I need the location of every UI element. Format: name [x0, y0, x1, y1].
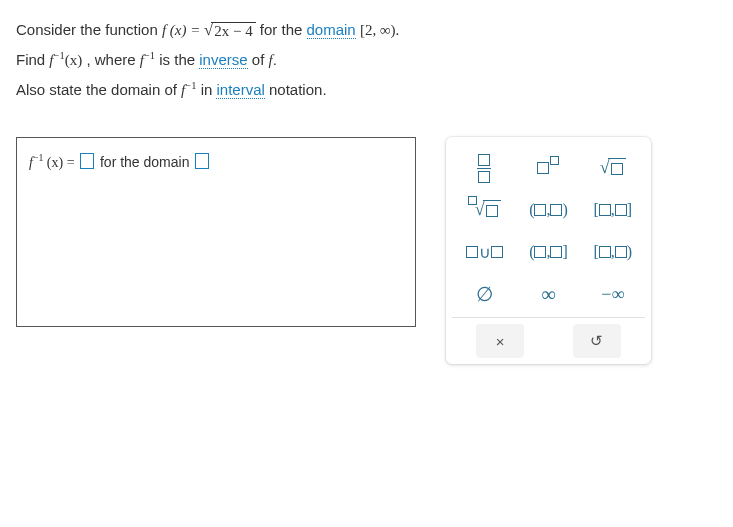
- palette-half-open-right[interactable]: [,): [587, 235, 639, 269]
- text: for the domain: [100, 154, 193, 170]
- palette-closed-interval[interactable]: [,]: [587, 193, 639, 227]
- text: −1: [54, 50, 65, 61]
- text: is the: [159, 51, 199, 68]
- palette-neg-infinity[interactable]: −∞: [587, 277, 639, 311]
- palette-reset[interactable]: ↺: [573, 324, 621, 358]
- text: , where: [86, 51, 139, 68]
- link-interval[interactable]: interval: [216, 81, 264, 99]
- text: −1: [185, 80, 196, 91]
- palette-clear[interactable]: ×: [476, 324, 524, 358]
- text: −1: [144, 50, 155, 61]
- palette-fraction[interactable]: [458, 151, 510, 185]
- problem-line-2: Find f−1(x) , where f−1 is the inverse o…: [16, 48, 717, 72]
- answer-input-domain[interactable]: [195, 153, 209, 169]
- text: Find: [16, 51, 49, 68]
- function-lhs: f (x) =: [162, 22, 204, 38]
- close-icon: ×: [496, 333, 505, 350]
- text: (x) =: [43, 155, 78, 170]
- palette-nth-root[interactable]: √: [458, 193, 510, 227]
- symbol-palette: √ √ (,) [,] ∪ (,] [,) ∅: [446, 137, 651, 364]
- text: for the: [260, 21, 307, 38]
- text: notation.: [269, 81, 327, 98]
- text: of: [252, 51, 269, 68]
- answer-input-expression[interactable]: [80, 153, 94, 169]
- palette-infinity[interactable]: ∞: [522, 277, 574, 311]
- palette-open-interval[interactable]: (,): [522, 193, 574, 227]
- text: .: [273, 51, 277, 68]
- text: (x): [65, 52, 83, 68]
- sqrt-expression: √ 2x − 4: [204, 22, 256, 40]
- reset-icon: ↺: [590, 332, 603, 350]
- problem-line-3: Also state the domain of f−1 in interval…: [16, 78, 717, 102]
- palette-sqrt[interactable]: √: [587, 151, 639, 185]
- answer-box[interactable]: f−1 (x) = for the domain: [16, 137, 416, 327]
- palette-union[interactable]: ∪: [458, 235, 510, 269]
- text: −1: [33, 152, 43, 163]
- text: Consider the function: [16, 21, 162, 38]
- text: in: [201, 81, 217, 98]
- domain-interval: [2, ∞).: [360, 22, 399, 38]
- palette-empty-set[interactable]: ∅: [458, 277, 510, 311]
- link-domain[interactable]: domain: [307, 21, 356, 39]
- text: Also state the domain of: [16, 81, 181, 98]
- palette-half-open-left[interactable]: (,]: [522, 235, 574, 269]
- problem-line-1: Consider the function f (x) = √ 2x − 4 f…: [16, 18, 717, 42]
- palette-power[interactable]: [522, 151, 574, 185]
- link-inverse[interactable]: inverse: [199, 51, 247, 69]
